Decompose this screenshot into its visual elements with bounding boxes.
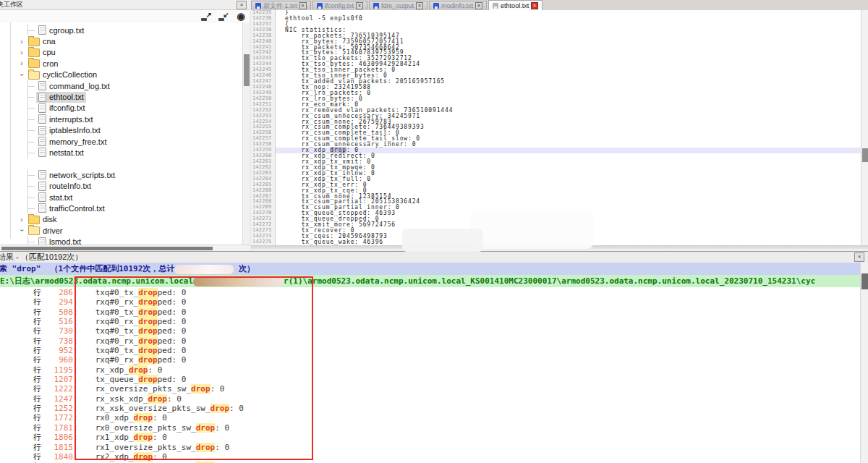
tree-item-lsmod.txt[interactable]: lsmod.txt — [0, 236, 242, 245]
tab-3[interactable]: modinfo.txt× — [429, 1, 487, 10]
scrollbar-thumb[interactable] — [1, 247, 213, 250]
tab-1[interactable]: ifconfig.txt× — [312, 1, 368, 10]
chevron-right-icon[interactable]: › — [17, 48, 26, 56]
result-row[interactable]: 行1781:rx0_oversize_pkts_sw_drop: 0 — [0, 423, 868, 433]
chevron-down-icon[interactable]: › — [18, 226, 26, 235]
result-row[interactable]: 行952:txq#0_tx_dropped: 0 — [0, 346, 868, 355]
result-row[interactable]: 行1207:tx_queue_dropped: 0 — [0, 375, 868, 384]
result-row[interactable]: 行1806:rx1_xdp_drop: 0 — [0, 433, 868, 442]
result-row[interactable]: 行516:rxq#0_rx_dropped: 0 — [0, 317, 868, 326]
results-header: 结果 - （匹配10192次） × — [0, 252, 868, 263]
result-line-number: 294 — [41, 297, 73, 307]
tree-item-iptablesinfo.txt[interactable]: iptablesInfo.txt — [0, 125, 242, 136]
tree-item-label: cgroup.txt — [49, 26, 84, 35]
close-icon[interactable]: × — [356, 2, 363, 9]
workspace-close-icon[interactable]: × — [237, 1, 247, 9]
match-highlight: drop — [138, 307, 158, 317]
tree-item-cna[interactable]: ›cna — [0, 35, 242, 46]
editor[interactable]: 142235}142236ethtool -S enp1s0f0142237{1… — [251, 10, 861, 245]
result-row[interactable]: 行1815:rx1_oversize_pkts_sw_drop: 0 — [0, 443, 868, 452]
file-icon — [38, 137, 46, 146]
redaction-blob — [470, 211, 593, 249]
result-row[interactable]: 行508:txq#0_tx_dropped: 0 — [0, 307, 868, 317]
tree-item-disk[interactable]: ›disk — [0, 214, 242, 225]
tree-item-label: trafficControl.txt — [49, 204, 105, 213]
result-row-label: 行 — [33, 452, 41, 462]
result-line-number: 952 — [41, 346, 73, 355]
result-row-label: 行 — [33, 336, 41, 346]
collapse-all-icon[interactable]: ↙ — [218, 11, 229, 22]
result-row[interactable]: 行1222:rx_oversize_pkts_sw_drop: 0 — [0, 384, 868, 394]
locate-file-icon[interactable]: ◉ — [235, 11, 247, 22]
result-line-text: rxq#0_rx_dropped: 0 — [95, 355, 187, 365]
result-row[interactable]: 行286:txq#0_tx_dropped: 0 — [0, 288, 868, 297]
tree-item-routeinfo.txt[interactable]: routeInfo.txt — [0, 180, 242, 191]
tree-item-network_scripts.txt[interactable]: network_scripts.txt — [0, 169, 242, 180]
scrollbar-thumb[interactable] — [861, 273, 868, 289]
result-line-number: 1815 — [41, 443, 73, 452]
match-highlight: drop — [196, 443, 216, 452]
editor-vertical-scrollbar[interactable] — [861, 10, 868, 245]
result-row[interactable]: 行1252:rx_xsk_oversize_pkts_sw_drop: 0 — [0, 404, 868, 413]
tab-label: fdm_output — [381, 2, 414, 9]
search-summary-line[interactable]: 搜索 "drop" （1个文件中匹配到10192次，总计 次） — [0, 263, 868, 275]
result-line-text: rx0_oversize_pkts_sw_drop: 0 — [95, 423, 229, 433]
workspace-title: 夹工作区 — [0, 0, 23, 9]
tree-item-label: ifconfig.txt — [49, 103, 85, 112]
result-row[interactable]: 行960:rxq#0_rx_dropped: 0 — [0, 355, 868, 365]
close-icon[interactable]: × — [416, 2, 423, 9]
close-icon[interactable]: × — [475, 2, 482, 9]
tree-item-command_log.txt[interactable]: command_log.txt — [0, 80, 242, 91]
chevron-down-icon[interactable]: › — [18, 70, 26, 79]
tree-item-label: routeInfo.txt — [49, 182, 91, 190]
results-header-title: 结果 - （匹配10192次） — [0, 252, 82, 263]
scrollbar-thumb[interactable] — [244, 54, 250, 86]
match-highlight: drop — [129, 365, 148, 375]
tree-item-stat.txt[interactable]: stat.txt — [0, 192, 242, 203]
tree-item-cron[interactable]: ›cron — [0, 58, 242, 69]
tab-label: ethtool.txt — [501, 2, 529, 9]
tree-item-ifconfig.txt[interactable]: ifconfig.txt — [0, 103, 242, 114]
result-row[interactable]: 行1195:rx_xdp_drop: 0 — [0, 365, 868, 375]
save-icon — [433, 3, 439, 9]
chevron-right-icon[interactable]: › — [17, 38, 26, 46]
tab-2[interactable]: fdm_output× — [369, 1, 427, 10]
result-row[interactable]: 行738:rxq#0_rx_dropped: 0 — [0, 336, 868, 346]
tab-4[interactable]: ethtool.txt× — [488, 0, 542, 10]
editor-line-text: { — [276, 22, 861, 27]
result-row-label: 行 — [33, 355, 41, 365]
expand-all-icon[interactable]: ↗ — [200, 11, 212, 22]
chevron-right-icon[interactable]: › — [17, 216, 26, 224]
tree-item-memory_free.txt[interactable]: memory_free.txt — [0, 136, 242, 147]
result-row[interactable]: 行730:txq#0_tx_dropped: 0 — [0, 326, 868, 336]
file-icon — [38, 81, 46, 90]
search-summary-prefix: 搜索 "drop" （1个文件中匹配到10192次，总计 — [0, 264, 174, 273]
results-vertical-scrollbar[interactable] — [860, 262, 868, 463]
result-row[interactable]: 行1840:rx2_xdp_drop: 0 — [0, 452, 868, 462]
scrollbar-thumb[interactable] — [862, 148, 868, 162]
editor-line-text: rx_lro_bytes: 0 — [276, 96, 861, 102]
tree-item-trafficcontrol.txt[interactable]: trafficControl.txt — [0, 203, 242, 213]
result-line-number: 1806 — [41, 433, 73, 442]
tab-0[interactable]: 新文件 1.txt× — [251, 1, 311, 10]
result-row[interactable]: 行1772:rx0_xdp_drop: 0 — [0, 413, 868, 422]
chevron-right-icon[interactable]: › — [17, 59, 26, 67]
workspace-panel: 夹工作区 × ↗ ↙ ◉ cgroup.txt›cna›cpu›cron›cyc… — [0, 0, 250, 251]
close-icon[interactable]: × — [531, 2, 538, 9]
tree-item-interrupts.txt[interactable]: interrupts.txt — [0, 114, 242, 124]
result-file-path-line[interactable]: E:\日志\armod0523.odata.ncmp.unicom.localr… — [0, 275, 868, 287]
tree-item-cycliccollection[interactable]: ›cyclicCollection — [0, 69, 242, 80]
result-line-text: rx_xsk_xdp_drop: 0 — [95, 394, 182, 404]
close-icon[interactable]: × — [299, 2, 307, 9]
results-close-icon[interactable]: × — [854, 252, 864, 262]
tree-item-ethtool.txt[interactable]: ethtool.txt — [0, 91, 242, 102]
result-line-text: rx0_xdp_drop: 0 — [95, 413, 167, 422]
tree-item-driver[interactable]: ›driver — [0, 225, 242, 236]
result-row[interactable]: 行1247:rx_xsk_xdp_drop: 0 — [0, 394, 868, 404]
search-results-panel: 结果 - （匹配10192次） × 搜索 "drop" （1个文件中匹配到101… — [0, 251, 868, 463]
result-row[interactable]: 行294:rxq#0_rx_dropped: 0 — [0, 297, 868, 307]
tree-item-cgroup.txt[interactable]: cgroup.txt — [0, 25, 242, 35]
tree-item-cpu[interactable]: ›cpu — [0, 47, 242, 58]
file-icon — [38, 203, 46, 213]
tree-item-netstat.txt[interactable]: netstat.txt — [0, 147, 242, 158]
